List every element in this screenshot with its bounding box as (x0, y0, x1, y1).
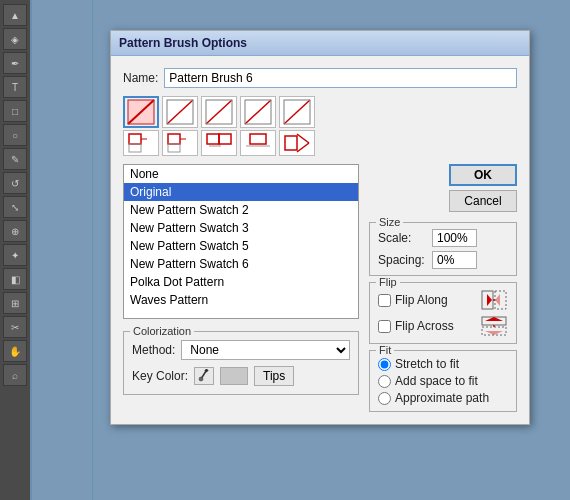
tool-pen[interactable]: ✒ (3, 52, 27, 74)
brush-icons-bottom-row (123, 130, 517, 156)
ok-button[interactable]: OK (449, 164, 517, 186)
fit-approx-radio[interactable] (378, 392, 391, 405)
list-item-swatch5[interactable]: New Pattern Swatch 5 (124, 237, 358, 255)
brush-icons-section (123, 96, 517, 156)
fit-addspace-label: Add space to fit (395, 374, 478, 388)
toolbar: ▲ ◈ ✒ T □ ○ ✎ ↺ ⤡ ⊕ ✦ ◧ ⊞ ✂ ✋ ⌕ (0, 0, 30, 500)
svg-rect-19 (168, 134, 180, 144)
pattern-list[interactable]: None Original New Pattern Swatch 2 New P… (123, 164, 359, 319)
tool-mesh[interactable]: ⊞ (3, 292, 27, 314)
method-select[interactable]: None Tints Tints and Shades Hue Shift (181, 340, 350, 360)
spacing-input[interactable] (432, 251, 477, 269)
keycolor-label: Key Color: (132, 369, 188, 383)
tool-blend[interactable]: ⊕ (3, 220, 27, 242)
fit-legend: Fit (376, 344, 394, 356)
name-input[interactable] (164, 68, 517, 88)
eyedropper-icon (198, 369, 210, 383)
tool-direct[interactable]: ◈ (3, 28, 27, 50)
list-item-swatch2[interactable]: New Pattern Swatch 2 (124, 201, 358, 219)
scale-input[interactable] (432, 229, 477, 247)
keycolor-row: Key Color: Tips (132, 366, 350, 386)
tool-rect[interactable]: □ (3, 100, 27, 122)
dialog-titlebar: Pattern Brush Options (111, 31, 529, 56)
fit-row-addspace: Add space to fit (378, 374, 508, 388)
tool-ellipse[interactable]: ○ (3, 124, 27, 146)
tool-scale[interactable]: ⤡ (3, 196, 27, 218)
list-item-none[interactable]: None (124, 165, 358, 183)
svg-rect-16 (129, 134, 141, 144)
svg-rect-20 (168, 144, 180, 152)
right-section: OK Cancel Size Scale: Spacing: (369, 164, 517, 412)
scale-row: Scale: (378, 229, 508, 247)
svg-marker-36 (487, 294, 492, 306)
method-row: Method: None Tints Tints and Shades Hue … (132, 340, 350, 360)
flip-box: Flip Flip Along (369, 282, 517, 344)
brush-tile-3[interactable] (201, 96, 237, 128)
tool-eyedropper[interactable]: ✦ (3, 244, 27, 266)
brush-icons-top-row (123, 96, 517, 128)
size-legend: Size (376, 216, 403, 228)
tool-select[interactable]: ▲ (3, 4, 27, 26)
brush-corner-4[interactable] (240, 130, 276, 156)
flip-across-label: Flip Across (395, 319, 476, 333)
fit-addspace-radio[interactable] (378, 375, 391, 388)
list-item-swatch6[interactable]: New Pattern Swatch 6 (124, 255, 358, 273)
fit-stretch-label: Stretch to fit (395, 357, 459, 371)
flip-along-checkbox[interactable] (378, 294, 391, 307)
flip-across-row: Flip Across (378, 315, 508, 337)
fit-row-approx: Approximate path (378, 391, 508, 405)
svg-point-31 (199, 377, 203, 381)
tool-zoom[interactable]: ⌕ (3, 364, 27, 386)
brush-corner-1[interactable] (123, 130, 159, 156)
list-item-original[interactable]: Original (124, 183, 358, 201)
name-row: Name: (123, 68, 517, 88)
tool-rotate[interactable]: ↺ (3, 172, 27, 194)
fit-stretch-radio[interactable] (378, 358, 391, 371)
brush-tile-4[interactable] (240, 96, 276, 128)
fit-row-stretch: Stretch to fit (378, 357, 508, 371)
dialog-buttons: OK Cancel (369, 164, 517, 212)
list-section: None Original New Pattern Swatch 2 New P… (123, 164, 359, 412)
brush-corner-3[interactable] (201, 130, 237, 156)
brush-corner-2[interactable] (162, 130, 198, 156)
brush-tile-1[interactable] (123, 96, 159, 128)
name-label: Name: (123, 71, 158, 85)
tool-brush[interactable]: ✎ (3, 148, 27, 170)
tool-type[interactable]: T (3, 76, 27, 98)
flip-legend: Flip (376, 276, 400, 288)
scale-label: Scale: (378, 231, 428, 245)
flip-across-icon (480, 315, 508, 337)
fit-approx-label: Approximate path (395, 391, 489, 405)
flip-along-icon (480, 289, 508, 311)
svg-rect-22 (207, 134, 219, 144)
svg-line-28 (297, 134, 309, 143)
tool-hand[interactable]: ✋ (3, 340, 27, 362)
brush-tile-5[interactable] (279, 96, 315, 128)
svg-rect-27 (285, 136, 297, 150)
list-item-waves[interactable]: Waves Pattern (124, 291, 358, 309)
flip-along-row: Flip Along (378, 289, 508, 311)
flip-across-checkbox[interactable] (378, 320, 391, 333)
canvas-guide (92, 0, 93, 500)
tips-button[interactable]: Tips (254, 366, 294, 386)
fit-box: Fit Stretch to fit Add space to fit Appr… (369, 350, 517, 412)
size-box: Size Scale: Spacing: (369, 222, 517, 276)
tool-scissors[interactable]: ✂ (3, 316, 27, 338)
brush-tile-2[interactable] (162, 96, 198, 128)
list-item-swatch3[interactable]: New Pattern Swatch 3 (124, 219, 358, 237)
svg-rect-17 (129, 144, 141, 152)
spacing-row: Spacing: (378, 251, 508, 269)
tool-gradient[interactable]: ◧ (3, 268, 27, 290)
dialog-title: Pattern Brush Options (119, 36, 247, 50)
colorization-box: Colorization Method: None Tints Tints an… (123, 331, 359, 395)
brush-corner-5[interactable] (279, 130, 315, 156)
key-color-swatch[interactable] (220, 367, 248, 385)
method-label: Method: (132, 343, 175, 357)
svg-line-29 (297, 143, 309, 152)
svg-rect-23 (219, 134, 231, 144)
list-item-polkadot[interactable]: Polka Dot Pattern (124, 273, 358, 291)
svg-marker-42 (485, 331, 503, 335)
colorization-legend: Colorization (130, 325, 194, 337)
eyedropper-button[interactable] (194, 367, 214, 385)
cancel-button[interactable]: Cancel (449, 190, 517, 212)
